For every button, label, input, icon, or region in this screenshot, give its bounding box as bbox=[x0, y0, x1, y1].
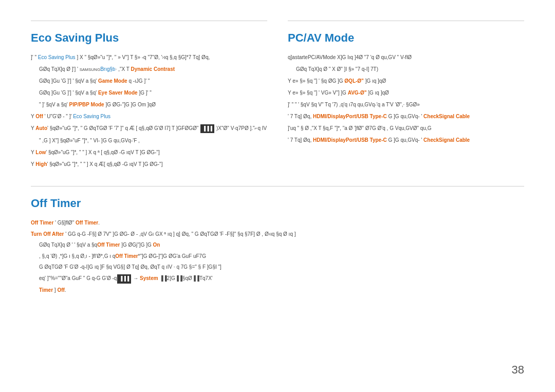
ot-p3: GØq TqX]q Ø ' ' §qV a §qOff Timer ]G ØGj… bbox=[31, 240, 524, 250]
eco-p8: " ,G ] X"] §qØ»"uF "]*, " VI- ]G G qu,GV… bbox=[31, 136, 267, 145]
pcav-p4: Y e» §» §q "] ' VG» V"] ]G AVG-Ø" ]G ıq … bbox=[288, 88, 524, 97]
pcav-title: PC/AV Mode bbox=[288, 31, 524, 45]
eco-p9: Y Low' §qØ»"uG "]*, " " ] X q ª [ q§,qØ … bbox=[31, 148, 267, 157]
pcav-p1: q]astartePC/AVMode X]G Iıq ]4Ø "7 'q Ø q… bbox=[288, 53, 524, 62]
eco-p3: GØq ]Gu 'G ]'] ' §qV a §q' Game Mode q -… bbox=[31, 77, 267, 85]
pcav-p6: ' 7 Tq] Øq, HDMI/DisplayPort/USB Type-C … bbox=[288, 112, 524, 121]
pcav-section: PC/AV Mode q]astartePC/AVMode X]G Iıq ]4… bbox=[288, 21, 524, 172]
eco-saving-section: Eco Saving Plus ]' " Eco Saving Plus ] X… bbox=[31, 21, 267, 172]
ot-p6: eq' ]"%=""Ø"a GuF " G q-G G'Ø -q▐▐▐ → Sy… bbox=[31, 274, 524, 284]
page-number: 38 bbox=[512, 363, 524, 377]
eco-p2: GØq TqX]q Ø ]'] ' SAMSUNGBrıg§tı· ,"X T … bbox=[31, 65, 267, 73]
eco-p7: Y Auto' §qØ»"uG "]*, " G ØqTGØ 'F '7' ]"… bbox=[31, 124, 267, 133]
ot-p2: Turn Off After ' GG q-G -F§] Ø 7V" ]G ØG… bbox=[31, 230, 524, 239]
eco-p1: ]' " Eco Saving Plus ] X " §qØ»"u "]*, "… bbox=[31, 53, 267, 62]
eco-saving-title: Eco Saving Plus bbox=[31, 31, 267, 45]
ot-p1: Off Timer ' G§]flØ" Off Timer. bbox=[31, 218, 524, 228]
eco-p10: Y High' §qØ»"uG "]*, " " ] X q Æ[ q§,qØ … bbox=[31, 160, 267, 169]
eco-p4: GØq ]Gu 'G ]'] ' §qV a §q' Eye Saver Mod… bbox=[31, 88, 267, 97]
pcav-p3: Y e» §» §q "] ' §q ØG ]G ØQL-Ø" ]G ıq ]q… bbox=[288, 77, 524, 85]
off-timer-content: Off Timer ' G§]flØ" Off Timer. Turn Off … bbox=[31, 218, 524, 294]
eco-p6: Y Off ' U"G'Ø - " ]' Eco Saving Plus bbox=[31, 112, 267, 121]
off-timer-title: Off Timer bbox=[31, 197, 524, 210]
page-container: Eco Saving Plus ]' " Eco Saving Plus ] X… bbox=[0, 0, 555, 392]
pcav-p5: ]' " " ' §qV §q V" Tq '7) ,q'q ı7q qu,GV… bbox=[288, 100, 524, 109]
ot-p5: G ØqTGØ 'F G'Ø -q-I]G ıq ]F §q VG§] Ø Tq… bbox=[31, 263, 524, 272]
pcav-p8: ' 7 Tq] Øq, HDMI/DisplayPort/USB Type-C … bbox=[288, 136, 524, 144]
ot-p7: Timer ] Off. bbox=[31, 286, 524, 295]
eco-saving-plus-link[interactable]: Eco Saving Plus bbox=[38, 54, 76, 60]
pcav-p2: GØq TqX]q Ø " X Ø" ]I §» "7 q-I] 7T) bbox=[288, 65, 524, 73]
top-columns: Eco Saving Plus ]' " Eco Saving Plus ] X… bbox=[31, 21, 524, 172]
pcav-p7: ]'uq " § Ø ,"X T §q,F "]*, "a Ø ']fØ" Ø7… bbox=[288, 124, 524, 133]
ot-p4: , §,q 'Ø) ,*]G ı §,q Ø,ı - ]fl'Ø*,G ı qO… bbox=[31, 252, 524, 261]
eco-p5: " ]' §qV a §q' PIP/PBP Mode ]G ØG-"]G ]G… bbox=[31, 100, 267, 109]
off-timer-section: Off Timer Off Timer ' G§]flØ" Off Timer.… bbox=[31, 186, 524, 294]
